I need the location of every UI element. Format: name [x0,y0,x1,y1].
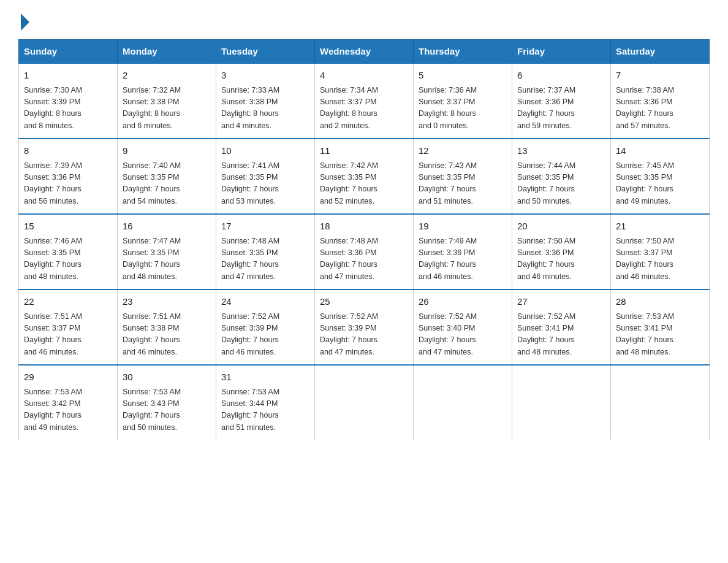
calendar-day-cell: 25Sunrise: 7:52 AM Sunset: 3:39 PM Dayli… [315,289,414,365]
calendar-day-cell [315,365,414,440]
col-header-thursday: Thursday [414,40,512,64]
logo [18,12,29,28]
calendar-day-cell [512,365,611,440]
day-info: Sunrise: 7:38 AM Sunset: 3:36 PM Dayligh… [616,85,704,132]
logo-arrow-icon [21,13,29,31]
day-info: Sunrise: 7:49 AM Sunset: 3:36 PM Dayligh… [419,236,507,283]
day-number: 17 [221,220,309,234]
calendar-day-cell: 1Sunrise: 7:30 AM Sunset: 3:39 PM Daylig… [19,63,118,139]
day-info: Sunrise: 7:52 AM Sunset: 3:39 PM Dayligh… [320,311,408,359]
day-number: 4 [320,69,408,83]
day-number: 5 [419,69,507,83]
col-header-sunday: Sunday [19,40,118,64]
day-info: Sunrise: 7:30 AM Sunset: 3:39 PM Dayligh… [24,85,112,132]
day-number: 27 [517,295,605,309]
calendar-day-cell: 6Sunrise: 7:37 AM Sunset: 3:36 PM Daylig… [512,63,611,139]
calendar-day-cell: 10Sunrise: 7:41 AM Sunset: 3:35 PM Dayli… [216,139,315,214]
day-number: 26 [419,295,507,309]
calendar-day-cell: 19Sunrise: 7:49 AM Sunset: 3:36 PM Dayli… [414,214,512,289]
day-info: Sunrise: 7:53 AM Sunset: 3:44 PM Dayligh… [221,386,309,434]
day-number: 10 [221,144,309,158]
calendar-day-cell: 2Sunrise: 7:32 AM Sunset: 3:38 PM Daylig… [118,63,216,139]
day-info: Sunrise: 7:50 AM Sunset: 3:36 PM Dayligh… [517,236,605,283]
calendar-day-cell: 9Sunrise: 7:40 AM Sunset: 3:35 PM Daylig… [118,139,216,214]
calendar-day-cell [611,365,710,440]
day-info: Sunrise: 7:47 AM Sunset: 3:35 PM Dayligh… [123,236,211,283]
day-info: Sunrise: 7:37 AM Sunset: 3:36 PM Dayligh… [517,85,605,132]
day-number: 28 [616,295,704,309]
col-header-wednesday: Wednesday [315,40,414,64]
day-number: 11 [320,144,408,158]
day-number: 6 [517,69,605,83]
col-header-monday: Monday [118,40,216,64]
day-number: 13 [517,144,605,158]
calendar-day-cell: 14Sunrise: 7:45 AM Sunset: 3:35 PM Dayli… [611,139,710,214]
day-number: 25 [320,295,408,309]
day-info: Sunrise: 7:48 AM Sunset: 3:35 PM Dayligh… [221,236,309,283]
page-header [18,12,710,28]
calendar-day-cell: 21Sunrise: 7:50 AM Sunset: 3:37 PM Dayli… [611,214,710,289]
day-info: Sunrise: 7:52 AM Sunset: 3:39 PM Dayligh… [221,311,309,359]
day-info: Sunrise: 7:43 AM Sunset: 3:35 PM Dayligh… [419,160,507,208]
calendar-day-cell: 24Sunrise: 7:52 AM Sunset: 3:39 PM Dayli… [216,289,315,365]
day-number: 18 [320,220,408,234]
calendar-day-cell: 4Sunrise: 7:34 AM Sunset: 3:37 PM Daylig… [315,63,414,139]
calendar-day-cell: 29Sunrise: 7:53 AM Sunset: 3:42 PM Dayli… [19,365,118,440]
day-info: Sunrise: 7:46 AM Sunset: 3:35 PM Dayligh… [24,236,112,283]
calendar-day-cell [414,365,512,440]
day-info: Sunrise: 7:53 AM Sunset: 3:41 PM Dayligh… [616,311,704,359]
calendar-day-cell: 11Sunrise: 7:42 AM Sunset: 3:35 PM Dayli… [315,139,414,214]
day-info: Sunrise: 7:39 AM Sunset: 3:36 PM Dayligh… [24,160,112,208]
day-info: Sunrise: 7:34 AM Sunset: 3:37 PM Dayligh… [320,85,408,132]
day-info: Sunrise: 7:41 AM Sunset: 3:35 PM Dayligh… [221,160,309,208]
calendar-day-cell: 16Sunrise: 7:47 AM Sunset: 3:35 PM Dayli… [118,214,216,289]
day-info: Sunrise: 7:50 AM Sunset: 3:37 PM Dayligh… [616,236,704,283]
day-info: Sunrise: 7:48 AM Sunset: 3:36 PM Dayligh… [320,236,408,283]
col-header-tuesday: Tuesday [216,40,315,64]
calendar-day-cell: 22Sunrise: 7:51 AM Sunset: 3:37 PM Dayli… [19,289,118,365]
calendar-day-cell: 18Sunrise: 7:48 AM Sunset: 3:36 PM Dayli… [315,214,414,289]
day-info: Sunrise: 7:53 AM Sunset: 3:42 PM Dayligh… [24,386,112,434]
day-number: 12 [419,144,507,158]
calendar-header-row: SundayMondayTuesdayWednesdayThursdayFrid… [19,40,710,64]
day-number: 31 [221,370,309,385]
day-info: Sunrise: 7:45 AM Sunset: 3:35 PM Dayligh… [616,160,704,208]
day-number: 15 [24,220,112,234]
day-info: Sunrise: 7:32 AM Sunset: 3:38 PM Dayligh… [123,85,211,132]
calendar-day-cell: 30Sunrise: 7:53 AM Sunset: 3:43 PM Dayli… [118,365,216,440]
calendar-day-cell: 27Sunrise: 7:52 AM Sunset: 3:41 PM Dayli… [512,289,611,365]
day-number: 19 [419,220,507,234]
day-info: Sunrise: 7:53 AM Sunset: 3:43 PM Dayligh… [123,386,211,434]
col-header-saturday: Saturday [611,40,710,64]
day-number: 23 [123,295,211,309]
calendar-day-cell: 23Sunrise: 7:51 AM Sunset: 3:38 PM Dayli… [118,289,216,365]
calendar-day-cell: 28Sunrise: 7:53 AM Sunset: 3:41 PM Dayli… [611,289,710,365]
day-info: Sunrise: 7:52 AM Sunset: 3:41 PM Dayligh… [517,311,605,359]
calendar-day-cell: 8Sunrise: 7:39 AM Sunset: 3:36 PM Daylig… [19,139,118,214]
day-number: 8 [24,144,112,158]
col-header-friday: Friday [512,40,611,64]
day-info: Sunrise: 7:51 AM Sunset: 3:37 PM Dayligh… [24,311,112,359]
day-number: 29 [24,370,112,385]
day-number: 30 [123,370,211,385]
calendar-week-row: 15Sunrise: 7:46 AM Sunset: 3:35 PM Dayli… [19,214,710,289]
day-info: Sunrise: 7:51 AM Sunset: 3:38 PM Dayligh… [123,311,211,359]
calendar-day-cell: 3Sunrise: 7:33 AM Sunset: 3:38 PM Daylig… [216,63,315,139]
day-number: 21 [616,220,704,234]
day-info: Sunrise: 7:52 AM Sunset: 3:40 PM Dayligh… [419,311,507,359]
day-number: 3 [221,69,309,83]
day-info: Sunrise: 7:44 AM Sunset: 3:35 PM Dayligh… [517,160,605,208]
day-number: 22 [24,295,112,309]
calendar-week-row: 29Sunrise: 7:53 AM Sunset: 3:42 PM Dayli… [19,365,710,440]
calendar-day-cell: 5Sunrise: 7:36 AM Sunset: 3:37 PM Daylig… [414,63,512,139]
calendar-day-cell: 26Sunrise: 7:52 AM Sunset: 3:40 PM Dayli… [414,289,512,365]
calendar-day-cell: 15Sunrise: 7:46 AM Sunset: 3:35 PM Dayli… [19,214,118,289]
day-number: 20 [517,220,605,234]
calendar-day-cell: 20Sunrise: 7:50 AM Sunset: 3:36 PM Dayli… [512,214,611,289]
day-info: Sunrise: 7:40 AM Sunset: 3:35 PM Dayligh… [123,160,211,208]
day-number: 9 [123,144,211,158]
calendar-day-cell: 17Sunrise: 7:48 AM Sunset: 3:35 PM Dayli… [216,214,315,289]
day-number: 14 [616,144,704,158]
day-number: 1 [24,69,112,83]
calendar-table: SundayMondayTuesdayWednesdayThursdayFrid… [18,39,710,440]
